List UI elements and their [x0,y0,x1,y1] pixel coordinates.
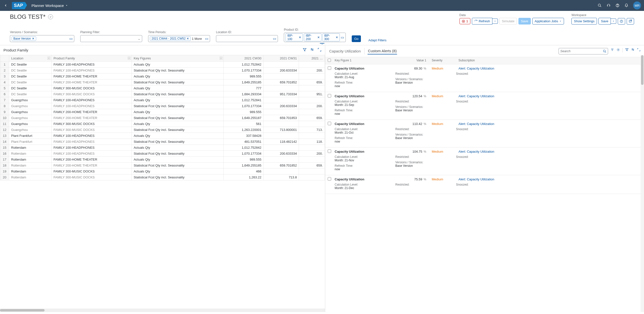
vertical-scrollbar[interactable] [640,55,644,312]
product-token[interactable]: IBP-200✕ [304,33,321,41]
share-button[interactable] [627,18,634,24]
show-settings-button[interactable]: Show Settings [572,18,597,24]
cell-cw31[interactable]: 118.482142 [264,139,299,145]
sort-icon[interactable] [610,48,614,54]
cell-cw30[interactable]: 1,012.752841 [224,97,263,103]
cell-family[interactable]: FAMILY 300-MUSIC DOCKS [51,85,132,91]
cell-location[interactable]: Plant Frankfurt [9,133,52,139]
cell-keyfigure[interactable]: Statistical Fcst Qty incl. Seasonality [132,103,224,109]
alert-checkbox[interactable] [328,177,331,181]
time-token[interactable]: 2021 CW44 - 2021 CW52✕ [150,36,191,41]
alert-checkbox[interactable] [328,66,331,70]
cell-family[interactable]: FAMILY 200-HOME THEATER [51,109,132,115]
cell-family[interactable]: FAMILY 200-HOME THEATER [51,157,132,163]
cell-family[interactable]: FAMILY 200-HOME THEATER [51,73,132,79]
cell-family[interactable]: FAMILY 300-MUSIC DOCKS [51,121,132,127]
cell-more[interactable] [299,97,325,103]
gear-icon[interactable] [616,48,620,54]
cell-cw31[interactable]: 951.733334 [264,91,299,97]
cell-family[interactable]: FAMILY 100-HEADPHONES [51,151,132,157]
grid-row[interactable]: 11 Guangzhou FAMILY 300-MUSIC DOCKS Actu… [0,121,325,127]
cell-keyfigure[interactable]: Actuals Qty [132,85,224,91]
grid-col-rownum[interactable] [0,55,9,62]
grid-row[interactable]: 3 DC Seattle FAMILY 200-HOME THEATER Act… [0,73,325,79]
cell-cw30[interactable]: 1,649.255185 [224,79,263,85]
grid-row[interactable]: 15 Rotterdam FAMILY 100-HEADPHONES Actua… [0,145,325,151]
cell-location[interactable]: Guangzhou [9,97,52,103]
expand-icon[interactable] [637,48,640,54]
alert-row[interactable]: Capacity Utilization 104.75 % Medium Ale… [325,147,644,175]
cell-location[interactable]: Rotterdam [9,163,52,169]
cell-keyfigure[interactable]: Actuals Qty [132,145,224,151]
filter-icon[interactable] [625,48,629,54]
cell-cw31[interactable]: 200.633334 [264,67,299,73]
alert-subscription-link[interactable]: Alert: Capacity Utilization [458,94,642,98]
cell-more[interactable]: 659. [299,79,325,85]
cell-more[interactable] [299,174,325,180]
grid-row[interactable]: 16 Rotterdam FAMILY 100-HEADPHONES Stati… [0,151,325,157]
grid-row[interactable]: 6 DC Seattle FAMILY 300-MUSIC DOCKS Stat… [0,91,325,97]
save-button[interactable]: Save [518,18,531,24]
settings-icon[interactable] [310,48,314,52]
cell-family[interactable]: FAMILY 100-HEADPHONES [51,103,132,109]
planning-filter-input[interactable]: ⌄ [80,35,142,42]
cell-family[interactable]: FAMILY 100-HEADPHONES [51,97,132,103]
cell-location[interactable]: DC Seattle [9,67,52,73]
cell-cw31[interactable] [264,85,299,91]
value-help-icon[interactable]: ▭ [69,37,72,40]
cell-family[interactable]: FAMILY 200-HOME THEATER [51,163,132,169]
cell-keyfigure[interactable]: Statistical Fcst Qty incl. Seasonality [132,174,224,180]
cell-family[interactable]: FAMILY 100-HEADPHONES [51,62,132,67]
grid-row[interactable]: 4 DC Seattle FAMILY 200-HOME THEATER Sta… [0,79,325,85]
alert-row[interactable]: Capacity Utilization 120.54 % Medium Ale… [325,92,644,120]
grid-row[interactable]: 14 Plant Frankfurt FAMILY 100-HEADPHONES… [0,139,325,145]
cell-cw31[interactable] [264,157,299,163]
cell-location[interactable]: Guangzhou [9,109,52,115]
alert-checkbox[interactable] [328,149,331,153]
cell-location[interactable]: DC Seattle [9,79,52,85]
refresh-dropdown[interactable] [492,18,498,24]
cell-cw31[interactable] [264,169,299,174]
cell-more[interactable] [299,133,325,139]
cell-location[interactable]: Rotterdam [9,151,52,157]
alert-subscription-link[interactable]: Alert: Capacity Utilization [458,150,642,153]
cell-cw31[interactable]: 659.701852 [264,163,299,169]
info-button[interactable] [618,18,625,24]
alert-row[interactable]: Capacity Utilization 75.59 % Medium Aler… [325,175,644,194]
cell-keyfigure[interactable]: Actuals Qty [132,73,224,79]
cell-location[interactable]: Guangzhou [9,115,52,121]
grid-row[interactable]: 9 Guangzhou FAMILY 200-HOME THEATER Actu… [0,109,325,115]
grid-col-cw31[interactable]: 2021 CW31 [264,55,299,62]
cell-more[interactable]: 951. [299,91,325,97]
cell-family[interactable]: FAMILY 100-HEADPHONES [51,133,132,139]
cell-more[interactable]: 200. [299,151,325,157]
cell-keyfigure[interactable]: Statistical Fcst Qty incl. Seasonality [132,91,224,97]
cell-cw30[interactable]: 1,263.220001 [224,127,263,133]
horizontal-scrollbar[interactable] [0,309,325,312]
cell-more[interactable] [299,85,325,91]
expand-icon[interactable] [318,48,322,52]
cell-cw30[interactable]: 1,012.752842 [224,145,263,151]
cell-location[interactable]: Guangzhou [9,127,52,133]
cell-more[interactable] [299,121,325,127]
adapt-filters-link[interactable]: Adapt Filters [368,38,386,42]
cell-cw30[interactable]: 989.555 [224,73,263,79]
support-icon[interactable] [606,3,611,8]
cell-more[interactable] [299,157,325,163]
value-help-icon[interactable]: ▭ [205,37,208,40]
alert-checkbox[interactable] [328,122,331,125]
select-all-checkbox[interactable] [328,59,331,62]
cell-family[interactable]: FAMILY 200-HOME THEATER [51,79,132,85]
column-filter-icon[interactable]: ▾ [220,57,222,60]
cell-keyfigure[interactable]: Statistical Fcst Qty incl. Seasonality [132,163,224,169]
cell-cw31[interactable]: 659.701852 [264,79,299,85]
alert-checkbox[interactable] [328,94,331,97]
column-filter-icon[interactable]: ▾ [128,57,130,60]
cell-more[interactable] [299,109,325,115]
user-avatar[interactable]: MR [633,1,641,9]
cell-keyfigure[interactable]: Statistical Fcst Qty incl. Seasonality [132,127,224,133]
token-remove-icon[interactable]: ✕ [317,36,320,39]
filter-icon[interactable] [303,48,307,52]
value-help-icon[interactable]: ▭ [273,37,276,40]
grid-row[interactable]: 19 Rotterdam FAMILY 300-MUSIC DOCKS Actu… [0,169,325,174]
